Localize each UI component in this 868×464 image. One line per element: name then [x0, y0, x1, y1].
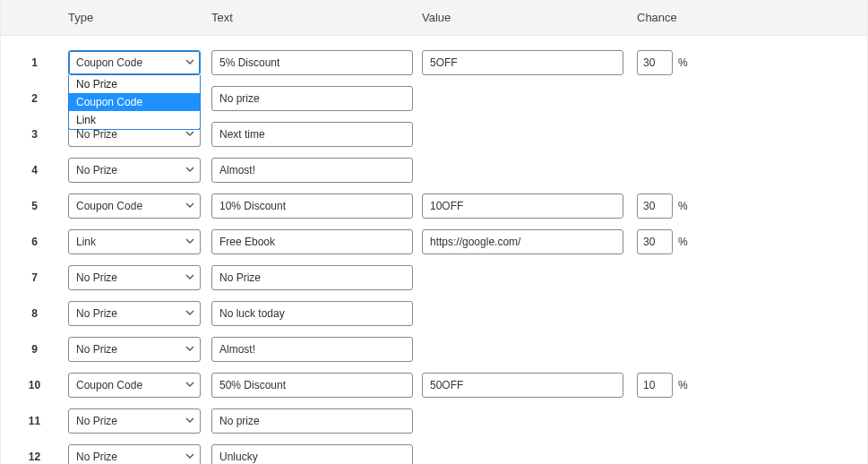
type-dropdown-option[interactable]: No Prize: [69, 75, 200, 93]
header-text: Text: [211, 11, 422, 24]
row-number: 9: [1, 343, 68, 356]
value-input[interactable]: [422, 229, 623, 254]
chance-input[interactable]: [637, 373, 673, 398]
type-dropdown-option[interactable]: Link: [69, 111, 200, 129]
percent-symbol: %: [678, 200, 688, 212]
type-select-value: No Prize: [76, 343, 117, 356]
type-select-value: No Prize: [76, 451, 117, 463]
table-row: 10Coupon Code%: [1, 367, 867, 403]
text-cell: [211, 86, 422, 111]
chance-cell: %: [637, 229, 691, 254]
type-select[interactable]: No Prize: [68, 301, 201, 326]
text-input[interactable]: [211, 265, 413, 290]
table-row: 4No Prize: [1, 152, 867, 188]
type-cell: Coupon Code: [68, 193, 211, 219]
text-cell: [211, 444, 422, 464]
table-row: 12No Prize: [1, 439, 867, 464]
value-cell: [422, 193, 637, 219]
text-input[interactable]: [211, 444, 413, 464]
text-cell: [211, 158, 422, 183]
row-number: 11: [1, 415, 68, 427]
type-select-value: No Prize: [76, 307, 117, 320]
chevron-down-icon: [185, 271, 194, 284]
type-select[interactable]: No Prize: [68, 265, 201, 290]
text-cell: [211, 373, 422, 398]
table-row: 8No Prize: [1, 296, 867, 331]
text-input[interactable]: [211, 122, 413, 147]
type-select[interactable]: Coupon Code: [68, 193, 201, 219]
type-cell: No Prize: [68, 301, 211, 326]
chevron-down-icon: [185, 128, 194, 141]
text-input[interactable]: [211, 301, 413, 326]
type-select-value: No Prize: [76, 271, 117, 284]
chevron-down-icon: [185, 56, 194, 69]
type-cell: Coupon Code: [68, 373, 211, 398]
type-select[interactable]: No Prize: [68, 408, 201, 434]
chevron-down-icon: [185, 307, 194, 320]
type-cell: Link: [68, 229, 211, 254]
type-dropdown[interactable]: No PrizeCoupon CodeLink: [68, 75, 201, 130]
row-number: 4: [1, 164, 68, 176]
row-number: 3: [1, 128, 68, 141]
header-type: Type: [68, 11, 211, 24]
chance-wrap: %: [637, 373, 691, 398]
row-number: 12: [1, 451, 68, 463]
text-cell: [211, 265, 422, 290]
row-number: 2: [1, 92, 68, 105]
type-cell: No Prize: [68, 444, 211, 464]
type-select-value: Coupon Code: [76, 200, 142, 212]
row-number: 10: [1, 379, 68, 391]
type-cell: No Prize: [68, 158, 211, 183]
text-input[interactable]: [211, 373, 413, 398]
value-input[interactable]: [422, 50, 623, 75]
header-chance: Chance: [637, 11, 691, 24]
text-input[interactable]: [211, 408, 413, 434]
chance-input[interactable]: [637, 50, 673, 75]
type-dropdown-option[interactable]: Coupon Code: [69, 93, 200, 111]
chevron-down-icon: [185, 200, 194, 212]
text-input[interactable]: [211, 337, 413, 362]
text-cell: [211, 337, 422, 362]
type-select-value: No Prize: [76, 164, 117, 176]
value-cell: [422, 229, 637, 254]
value-input[interactable]: [422, 193, 623, 219]
text-input[interactable]: [211, 50, 413, 75]
type-cell: Coupon CodeNo PrizeCoupon CodeLink: [68, 50, 211, 75]
row-number: 5: [1, 200, 68, 212]
text-input[interactable]: [211, 86, 413, 111]
type-cell: No Prize: [68, 265, 211, 290]
type-cell: No Prize: [68, 337, 211, 362]
text-cell: [211, 50, 422, 75]
type-select-value: No Prize: [76, 415, 117, 427]
percent-symbol: %: [678, 56, 688, 69]
text-input[interactable]: [211, 193, 413, 219]
prize-table: Type Text Value Chance 1Coupon CodeNo Pr…: [0, 0, 868, 464]
type-select-value: Coupon Code: [76, 379, 142, 391]
value-cell: [422, 373, 637, 398]
text-cell: [211, 229, 422, 254]
type-select[interactable]: No Prize: [68, 444, 201, 464]
chevron-down-icon: [185, 415, 194, 427]
header-value: Value: [422, 11, 637, 24]
type-select[interactable]: Link: [68, 229, 201, 254]
chevron-down-icon: [185, 164, 194, 176]
percent-symbol: %: [678, 379, 688, 391]
type-select[interactable]: No Prize: [68, 337, 201, 362]
table-row: 11No Prize: [1, 403, 867, 439]
value-input[interactable]: [422, 373, 623, 398]
table-header: Type Text Value Chance: [1, 0, 867, 36]
chance-input[interactable]: [637, 193, 673, 219]
value-cell: [422, 50, 637, 75]
type-cell: No Prize: [68, 408, 211, 434]
text-input[interactable]: [211, 158, 413, 183]
row-number: 8: [1, 307, 68, 320]
chance-input[interactable]: [637, 229, 673, 254]
type-select[interactable]: Coupon Code: [68, 373, 201, 398]
text-cell: [211, 193, 422, 219]
type-select[interactable]: Coupon Code: [68, 50, 201, 75]
text-cell: [211, 301, 422, 326]
text-input[interactable]: [211, 229, 413, 254]
type-select[interactable]: No Prize: [68, 158, 201, 183]
row-number: 1: [1, 56, 68, 69]
chevron-down-icon: [185, 236, 194, 248]
